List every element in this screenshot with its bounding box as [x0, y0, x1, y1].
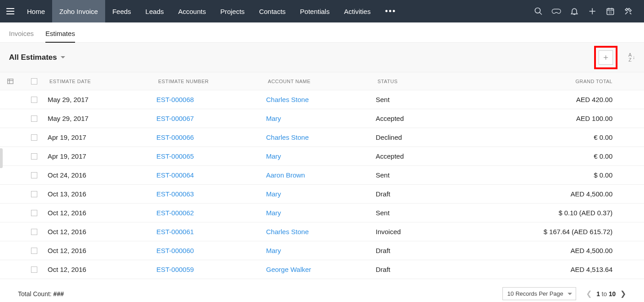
- cell-estimate-number[interactable]: EST-000067: [156, 115, 266, 122]
- cell-estimate-number[interactable]: EST-000062: [156, 209, 266, 217]
- total-count-label: Total Count:: [18, 290, 52, 298]
- column-header-account[interactable]: Account Name: [266, 79, 376, 84]
- pager: ❮ 1 to 10 ❯: [586, 289, 626, 298]
- cell-account-name[interactable]: George Walker: [266, 266, 376, 273]
- row-checkbox[interactable]: [31, 229, 37, 235]
- cell-date: Oct 12, 2016: [48, 209, 156, 217]
- row-checkbox[interactable]: [31, 115, 37, 122]
- cell-account-name[interactable]: Aaron Brown: [266, 171, 376, 179]
- cell-date: May 29, 2017: [48, 115, 156, 122]
- column-header-date[interactable]: Estimate Date: [48, 79, 156, 84]
- subtab-estimates[interactable]: Estimates: [45, 30, 75, 43]
- cell-account-name[interactable]: Charles Stone: [266, 133, 376, 141]
- list-toolbar: All Estimates AZ ↓: [0, 43, 644, 72]
- chevron-down-icon: [61, 56, 65, 58]
- view-selector-label: All Estimates: [9, 53, 57, 62]
- nav-item-zoho-invoice[interactable]: Zoho Invoice: [52, 0, 105, 22]
- cell-grand-total: AED 4,513.64: [520, 266, 644, 273]
- subtab-invoices[interactable]: Invoices: [9, 30, 34, 42]
- search-icon[interactable]: [533, 6, 543, 16]
- nav-item-projects[interactable]: Projects: [213, 0, 252, 22]
- table-row[interactable]: Apr 19, 2017EST-000065MaryAccepted€ 0.00: [0, 147, 644, 166]
- calendar-icon[interactable]: 31: [605, 6, 615, 16]
- cell-estimate-number[interactable]: EST-000068: [156, 96, 266, 103]
- cell-account-name[interactable]: Mary: [266, 190, 376, 198]
- table-row[interactable]: Oct 13, 2016EST-000063MaryDraftAED 4,500…: [0, 185, 644, 204]
- column-header-number[interactable]: Estimate Number: [156, 79, 266, 84]
- cell-estimate-number[interactable]: EST-000065: [156, 152, 266, 160]
- nav-item-accounts[interactable]: Accounts: [171, 0, 213, 22]
- cell-account-name[interactable]: Charles Stone: [266, 96, 376, 103]
- highlight-annotation: [594, 46, 617, 69]
- cell-date: Oct 12, 2016: [48, 266, 156, 273]
- cell-estimate-number[interactable]: EST-000063: [156, 190, 266, 198]
- cell-estimate-number[interactable]: EST-000059: [156, 266, 266, 273]
- row-checkbox[interactable]: [31, 191, 37, 197]
- add-estimate-button[interactable]: [599, 50, 613, 65]
- table-row[interactable]: May 29, 2017EST-000068Charles StoneSentA…: [0, 90, 644, 109]
- pager-next-icon[interactable]: ❯: [620, 289, 626, 298]
- row-checkbox[interactable]: [31, 210, 37, 216]
- table-row[interactable]: Oct 12, 2016EST-000061Charles StoneInvoi…: [0, 222, 644, 241]
- nav-item-leads[interactable]: Leads: [138, 0, 171, 22]
- cell-estimate-number[interactable]: EST-000061: [156, 228, 266, 235]
- top-nav: HomeZoho InvoiceFeedsLeadsAccountsProjec…: [0, 0, 644, 22]
- cell-account-name[interactable]: Mary: [266, 115, 376, 122]
- menu-icon[interactable]: [6, 8, 14, 14]
- estimates-table: Estimate Date Estimate Number Account Na…: [0, 72, 644, 279]
- column-settings-icon[interactable]: [0, 78, 21, 84]
- nav-item-feeds[interactable]: Feeds: [105, 0, 138, 22]
- nav-more-icon[interactable]: •••: [378, 7, 404, 16]
- bell-icon[interactable]: [569, 6, 579, 16]
- row-checkbox[interactable]: [31, 172, 37, 178]
- plus-icon[interactable]: [587, 6, 597, 16]
- cell-account-name[interactable]: Mary: [266, 152, 376, 160]
- cell-date: Oct 24, 2016: [48, 171, 156, 179]
- table-row[interactable]: Oct 12, 2016EST-000059George WalkerDraft…: [0, 260, 644, 279]
- nav-item-potentials[interactable]: Potentials: [293, 0, 337, 22]
- table-row[interactable]: May 29, 2017EST-000067MaryAcceptedAED 10…: [0, 109, 644, 128]
- table-row[interactable]: Oct 12, 2016EST-000060MaryDraftAED 4,500…: [0, 241, 644, 260]
- cell-estimate-number[interactable]: EST-000066: [156, 133, 266, 141]
- subtabs: InvoicesEstimates: [0, 22, 644, 43]
- cell-status: Declined: [376, 133, 520, 141]
- nav-item-contacts[interactable]: Contacts: [252, 0, 293, 22]
- cell-estimate-number[interactable]: EST-000060: [156, 247, 266, 254]
- cell-grand-total: AED 100.00: [520, 115, 644, 122]
- cell-date: Oct 12, 2016: [48, 228, 156, 235]
- row-checkbox[interactable]: [31, 153, 37, 160]
- nav-item-activities[interactable]: Activities: [337, 0, 378, 22]
- tools-icon[interactable]: [623, 6, 633, 16]
- column-header-status[interactable]: Status: [376, 79, 520, 84]
- cell-grand-total: AED 420.00: [520, 96, 644, 103]
- table-row[interactable]: Oct 24, 2016EST-000064Aaron BrownSent$ 0…: [0, 166, 644, 185]
- pager-range-from: 1: [596, 290, 600, 298]
- cell-account-name[interactable]: Mary: [266, 209, 376, 217]
- column-header-total[interactable]: Grand Total: [520, 79, 644, 84]
- sort-az-icon[interactable]: AZ ↓: [628, 53, 635, 62]
- records-per-page-select[interactable]: 10 Records Per Page: [502, 287, 576, 300]
- gamepad-icon[interactable]: [551, 6, 561, 16]
- view-selector[interactable]: All Estimates: [9, 53, 65, 62]
- cell-account-name[interactable]: Charles Stone: [266, 228, 376, 235]
- table-row[interactable]: Oct 12, 2016EST-000062MarySent$ 0.10 (AE…: [0, 204, 644, 222]
- collapsed-panel-handle[interactable]: [0, 148, 3, 168]
- cell-status: Sent: [376, 171, 520, 179]
- cell-date: May 29, 2017: [48, 96, 156, 103]
- cell-grand-total: AED 4,500.00: [520, 247, 644, 254]
- nav-item-home[interactable]: Home: [20, 0, 52, 22]
- cell-estimate-number[interactable]: EST-000064: [156, 171, 266, 179]
- cell-date: Oct 13, 2016: [48, 190, 156, 198]
- cell-status: Sent: [376, 96, 520, 103]
- select-all-checkbox[interactable]: [31, 78, 37, 84]
- cell-grand-total: AED 4,500.00: [520, 190, 644, 198]
- row-checkbox[interactable]: [31, 248, 37, 254]
- cell-account-name[interactable]: Mary: [266, 247, 376, 254]
- table-row[interactable]: Apr 19, 2017EST-000066Charles StoneDecli…: [0, 128, 644, 147]
- row-checkbox[interactable]: [31, 266, 37, 273]
- row-checkbox[interactable]: [31, 134, 37, 141]
- row-checkbox[interactable]: [31, 97, 37, 103]
- pager-prev-icon[interactable]: ❮: [586, 289, 592, 298]
- records-per-page-label: 10 Records Per Page: [507, 290, 563, 297]
- cell-grand-total: $ 0.10 (AED 0.37): [520, 209, 644, 217]
